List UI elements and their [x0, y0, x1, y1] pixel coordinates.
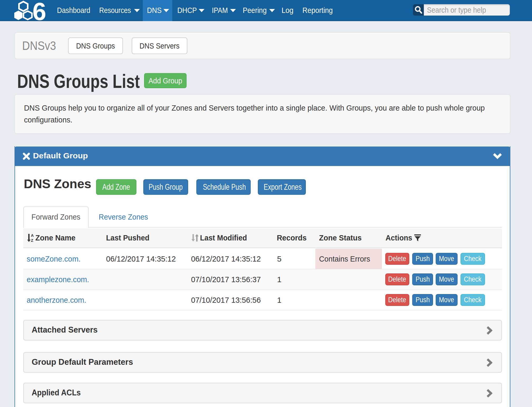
svg-text:A: A [31, 234, 34, 238]
svg-text:6: 6 [32, 0, 46, 21]
svg-text:Z: Z [31, 238, 33, 242]
